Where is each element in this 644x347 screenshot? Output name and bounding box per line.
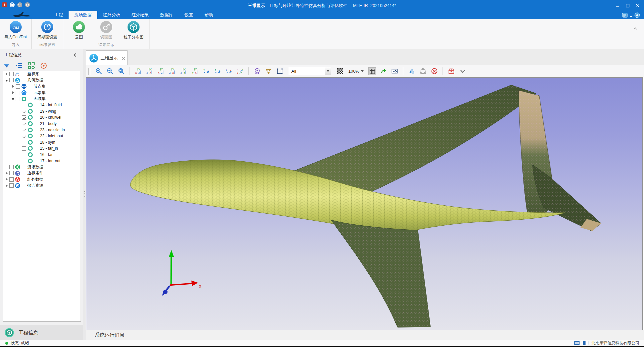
tree-expander[interactable] [5, 177, 9, 182]
tree-item[interactable]: 22 - inlet_out [3, 133, 81, 139]
clear-red-icon[interactable] [431, 68, 438, 75]
tree-item[interactable]: Yzx坐标系 [3, 71, 81, 77]
panel-collapse-icon[interactable] [73, 52, 78, 58]
tree-expander[interactable] [11, 97, 16, 101]
share-cloud-icon[interactable] [420, 68, 427, 75]
tree-item[interactable]: 23 - nozzle_in [3, 127, 81, 133]
tree-item[interactable]: 红外数据 [3, 176, 81, 183]
menu-item-0[interactable]: 工程 [49, 11, 69, 19]
view-front-icon[interactable]: xzY [135, 68, 142, 75]
tree-item[interactable]: 节点集 [3, 83, 81, 90]
tree-item[interactable]: 16 - far [3, 152, 81, 158]
menu-item-4[interactable]: 数据库 [155, 11, 179, 19]
tree-item[interactable]: 边界条件 [3, 170, 81, 177]
section-box-icon[interactable] [448, 68, 455, 75]
tree-checkbox[interactable] [9, 171, 14, 175]
tab-close-icon[interactable] [122, 56, 126, 60]
tree-item[interactable]: 18 - sym [3, 139, 81, 146]
menu-item-2[interactable]: 红外分析 [97, 11, 126, 19]
tree-item[interactable]: 15 - far_in [3, 145, 81, 152]
tree-checkbox[interactable] [22, 159, 26, 163]
close-button[interactable] [633, 1, 643, 10]
tree-checkbox[interactable] [22, 140, 26, 144]
tree-expander[interactable] [5, 78, 9, 83]
maximize-button[interactable] [623, 1, 633, 10]
box-select-icon[interactable] [276, 68, 283, 75]
layout-tray-icon[interactable] [622, 12, 628, 18]
tree-checkbox[interactable] [22, 128, 26, 132]
axis-triad-icon[interactable]: xzy [237, 68, 244, 75]
tree-expander[interactable] [11, 90, 16, 95]
tree-checkbox[interactable] [22, 103, 26, 107]
tree-checkbox[interactable] [22, 146, 26, 151]
zoom-out-icon[interactable] [107, 68, 114, 75]
splitter-grip[interactable] [84, 191, 85, 200]
view-back-icon[interactable]: zxY [146, 68, 153, 75]
tree-item[interactable]: 报告资源 [3, 183, 81, 189]
tree-item[interactable]: 14 - int_fluid [3, 102, 81, 108]
ribbon-collapse-icon[interactable] [633, 26, 638, 31]
rotate-iso-2-icon[interactable]: Yz [214, 68, 221, 75]
tree-item[interactable]: 流场数据 [3, 164, 81, 170]
tray-caret-icon[interactable] [629, 13, 633, 17]
rotate-iso-3-icon[interactable]: zx [225, 68, 232, 75]
view-bottom-icon[interactable]: YxY [191, 68, 198, 75]
pattern-checker-icon[interactable] [337, 68, 344, 75]
combo-dropdown-button[interactable] [325, 67, 331, 75]
zoom-level-dropdown[interactable]: 100% [348, 69, 364, 74]
tree-item[interactable]: 20 - chuiwei [3, 114, 81, 121]
project-panel-footer[interactable]: 工程信息 [0, 325, 83, 340]
snapshot-icon[interactable] [391, 68, 398, 75]
tree-expander[interactable] [5, 183, 9, 188]
view-left-icon[interactable]: xzY [158, 68, 164, 75]
tree-checkbox[interactable] [9, 183, 14, 188]
tree-item[interactable]: 19 - wing [3, 108, 81, 115]
tree-checkbox[interactable] [22, 153, 26, 157]
zoom-in-icon[interactable] [95, 68, 102, 75]
particle-nodes-icon[interactable] [265, 68, 272, 75]
outline-list-icon[interactable] [15, 62, 23, 69]
ribbon-button-contour-cloud[interactable]: 云图 [66, 20, 92, 40]
display-filter-value[interactable]: All [289, 67, 325, 75]
tree-expander[interactable] [5, 72, 9, 76]
mirror-icon[interactable] [408, 68, 415, 75]
help-tray-icon[interactable] [634, 12, 640, 18]
grid-view-icon[interactable] [28, 62, 35, 69]
export-arrow-icon[interactable] [380, 68, 387, 75]
tree-checkbox[interactable] [9, 78, 14, 82]
menu-item-1[interactable]: 流场数据 [69, 11, 97, 19]
panel-splitter[interactable] [83, 49, 86, 340]
viewport-3d[interactable]: x [86, 77, 643, 330]
zoom-fit-icon[interactable] [118, 68, 125, 75]
tree-item[interactable]: 面域集 [3, 96, 81, 102]
tree-checkbox[interactable] [9, 177, 14, 182]
tree-item[interactable]: 17 - far_out [3, 158, 81, 164]
menu-item-5[interactable]: 设置 [179, 11, 199, 19]
tree-checkbox[interactable] [9, 165, 14, 169]
ribbon-button-particle-distribution[interactable]: 粒子分布图 [121, 20, 147, 40]
filter-icon[interactable] [3, 62, 10, 69]
minimize-button[interactable] [613, 1, 623, 10]
grid-toggle-icon[interactable] [369, 68, 376, 75]
tab-3d-view[interactable]: 三维显示 [86, 50, 128, 65]
rotate-iso-1-icon[interactable]: Yx [203, 68, 210, 75]
probe-locate-icon[interactable] [254, 68, 261, 75]
ribbon-button-cas-file[interactable]: cas导入Cas/Dat [3, 20, 29, 40]
menu-item-3[interactable]: 红外结果 [126, 11, 155, 19]
status-tray-icon-2[interactable] [583, 341, 588, 345]
tree-checkbox[interactable] [16, 97, 20, 101]
tree-checkbox[interactable] [22, 115, 26, 120]
tree-item[interactable]: 21 - body [3, 121, 81, 127]
view-top-icon[interactable]: zYY [180, 68, 187, 75]
caret-down-icon[interactable] [459, 68, 466, 75]
tree-expander[interactable] [5, 171, 9, 176]
status-tray-icon-1[interactable] [574, 341, 580, 345]
tree-checkbox[interactable] [9, 72, 14, 76]
menu-item-6[interactable]: 帮助 [199, 11, 219, 19]
tree-expander[interactable] [11, 84, 16, 89]
view-right-icon[interactable]: zxY [169, 68, 176, 75]
tree-item[interactable]: 几何数据 [3, 77, 81, 84]
tree-checkbox[interactable] [22, 134, 26, 138]
tree-checkbox[interactable] [16, 91, 20, 95]
tree-item[interactable]: 元素集 [3, 90, 81, 96]
